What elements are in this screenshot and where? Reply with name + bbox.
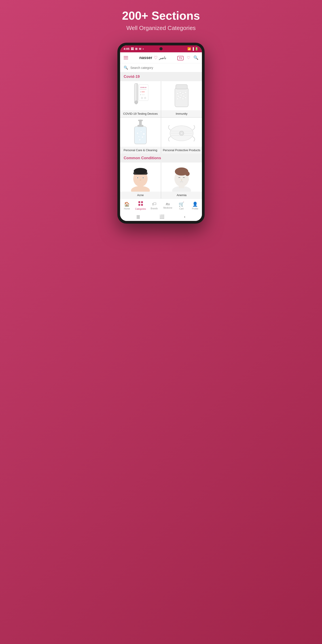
email-icon: M [139,47,141,50]
header-icons: TV ♡ 🔍 [177,55,198,60]
svg-text:COVID-19: COVID-19 [140,87,146,88]
common-conditions-title: Common Conditions [124,156,161,160]
search-icon[interactable]: 🔍 [194,55,198,60]
category-card-covid-testing[interactable]: COVID-19 C T COVID-19 Testing Devices [120,81,161,117]
svg-rect-66 [141,204,143,206]
logo-icon: ♡ [154,55,158,60]
svg-rect-9 [142,94,145,95]
svg-rect-64 [141,201,143,203]
svg-text:T: T [140,94,141,96]
tv-label: TV [177,56,184,60]
anemia-label: Anemia [161,192,202,198]
gesture-home: ⬜ [160,214,164,219]
covid-section-title: Covid-19 [124,74,140,79]
gesture-recent: ‹ [184,214,185,219]
categories-label: Categories [135,208,146,210]
battery-icon: 🔋 [195,47,198,50]
svg-point-21 [176,98,179,100]
svg-point-17 [184,92,187,93]
svg-rect-63 [138,201,140,203]
camera-notch [160,47,162,50]
svg-point-31 [142,132,145,135]
svg-point-23 [182,98,184,100]
svg-point-32 [138,136,140,138]
svg-rect-5 [140,89,146,90]
phone-screen: 4:05 🖼 ⊞ M • 📶 ▐ 🔋 nasser ♡ ناصر [120,46,202,221]
svg-point-58 [185,172,190,176]
grid-icon: ⊞ [135,47,138,50]
search-bar: 🔍 [120,63,202,72]
search-bar-icon: 🔍 [124,66,128,70]
category-card-ppe[interactable]: Personal Protective Products [161,118,202,154]
immunity-label: Immunity [161,110,202,117]
hero-title: 200+ Sections [122,9,200,22]
brands-icon: 🏷 [152,202,156,206]
svg-point-59 [181,180,182,180]
svg-rect-13 [176,84,188,89]
category-card-anemia[interactable]: Anemia [161,162,202,198]
svg-rect-62 [188,178,189,180]
profile-label: Profile [192,208,198,210]
status-right: 📶 ▐ 🔋 [188,47,198,50]
covid-testing-label: COVID-19 Testing Devices [120,110,161,117]
svg-point-15 [179,92,181,93]
nav-brands[interactable]: 🏷 Brands [147,202,161,210]
svg-point-34 [139,139,141,141]
personal-care-image [120,118,161,147]
brands-label: Brands [151,207,158,210]
nav-medicine[interactable]: Rx Medicine [161,202,175,209]
hamburger-line-1 [124,56,128,56]
category-card-acne[interactable]: Acne [120,162,161,198]
dot-indicator: • [143,47,144,50]
svg-point-2 [135,100,138,104]
phone-frame: 4:05 🖼 ⊞ M • 📶 ▐ 🔋 nasser ♡ ناصر [118,43,204,224]
anemia-person-svg [170,162,193,192]
svg-point-33 [141,136,144,138]
hamburger-menu[interactable] [124,56,128,59]
svg-point-30 [140,131,142,132]
search-input[interactable] [130,66,198,70]
hamburger-line-2 [124,58,128,58]
nav-cart[interactable]: 🛒 Cart [175,202,188,210]
tv-icon[interactable]: TV [177,56,184,60]
cart-icon: 🛒 [179,202,184,207]
nav-profile[interactable]: 👤 Profile [188,202,202,210]
nav-categories[interactable]: Categories [134,201,147,210]
acne-image [120,162,161,192]
svg-point-11 [144,97,146,99]
wishlist-icon[interactable]: ♡ [187,55,190,60]
anemia-image [161,162,202,192]
svg-point-45 [134,168,147,174]
sanitizer-svg [132,119,148,146]
signal-icon: ▐ [192,47,194,50]
category-card-personal-care[interactable]: Personal Care & Cleaning [120,118,161,154]
nav-home[interactable]: 🏠 Home [120,202,134,210]
categories-icon [138,201,143,207]
profile-icon: 👤 [192,202,198,207]
svg-rect-1 [134,84,136,103]
category-card-immunity[interactable]: Immunity [161,81,202,117]
wifi-icon: 📶 [188,47,191,50]
common-conditions-grid: Acne [120,162,202,198]
svg-point-10 [141,97,143,99]
covid-testing-image: COVID-19 C T [120,81,161,110]
app-header: nasser ♡ ناصر TV ♡ 🔍 [120,52,202,63]
ppe-image [161,118,202,147]
svg-rect-26 [138,120,143,121]
photo-icon: 🖼 [131,47,134,50]
covid-category-grid: COVID-19 C T COVID-19 Testing Devices [120,81,202,154]
svg-point-16 [182,93,184,94]
svg-rect-53 [135,178,136,181]
hero-subtitle: Well Organized Categories [126,24,196,32]
mask-svg [168,122,195,142]
logo-area: nasser ♡ ناصر [139,55,166,60]
acne-label: Acne [120,192,161,198]
svg-point-20 [183,96,185,97]
common-conditions-section-header: Common Conditions [120,154,202,162]
logo-arabic: ناصر [159,56,166,60]
svg-point-50 [140,180,141,180]
svg-text:C: C [140,91,141,92]
svg-point-29 [136,132,139,134]
medicine-label: Medicine [163,206,172,209]
svg-point-49 [143,177,144,178]
